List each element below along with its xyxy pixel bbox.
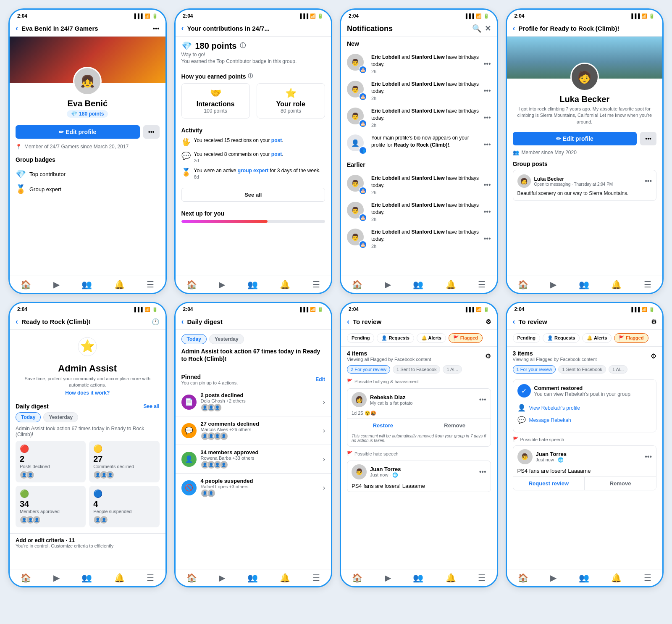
back-arrow-4[interactable]: ‹: [513, 24, 515, 33]
settings-icon-8[interactable]: ⚙: [651, 318, 656, 326]
groups-icon-7[interactable]: 👥: [413, 573, 423, 583]
groups-icon-6[interactable]: 👥: [247, 573, 258, 583]
tab-pending-7[interactable]: Pending: [347, 333, 374, 343]
filter-al-8[interactable]: 1 Al...: [609, 365, 628, 374]
notif-more-6[interactable]: •••: [484, 235, 491, 242]
settings-icon-8b[interactable]: ⚙: [651, 352, 656, 360]
home-icon-4[interactable]: 🏠: [518, 279, 528, 290]
menu-icon-1[interactable]: ☰: [147, 279, 154, 290]
groups-icon-4[interactable]: 👥: [579, 279, 589, 290]
video-icon-4[interactable]: ▶: [550, 279, 556, 290]
action-comments-declined[interactable]: 💬 27 comments declined Marcos Alves +26 …: [176, 416, 331, 445]
back-arrow-7[interactable]: ‹: [347, 317, 349, 326]
filter-sent-fb-7[interactable]: 1 Sent to Facebook: [393, 365, 440, 374]
more-icon-1[interactable]: •••: [153, 25, 160, 32]
menu-icon-3[interactable]: ☰: [478, 279, 486, 290]
home-icon-7[interactable]: 🏠: [352, 573, 362, 583]
back-arrow-6[interactable]: ‹: [181, 317, 184, 326]
edit-profile-btn-4[interactable]: ✏ Edit profile: [513, 132, 637, 145]
how-it-works-link[interactable]: How does it work?: [65, 390, 110, 396]
card-more-7b[interactable]: •••: [479, 468, 486, 476]
back-arrow-5[interactable]: ‹: [16, 317, 18, 326]
filter-al-7[interactable]: 1 Al...: [443, 365, 462, 374]
action-posts-declined[interactable]: 📄 2 posts declined Dola Ghosh +2 others …: [176, 388, 331, 416]
tab-pending-8[interactable]: Pending: [513, 333, 540, 343]
bell-icon-1[interactable]: 🔔: [114, 279, 125, 290]
notif-item-1[interactable]: 👨 🎂 Eric Lobdell and Stanford Liew have …: [341, 50, 497, 77]
home-icon-3[interactable]: 🏠: [352, 279, 362, 290]
info-icon[interactable]: ⓘ: [240, 42, 246, 50]
notif-item-2[interactable]: 👨 🎂 Eric Lobdell and Stanford Liew have …: [341, 77, 497, 104]
menu-icon-4[interactable]: ☰: [644, 279, 651, 290]
video-icon-1[interactable]: ▶: [53, 279, 60, 290]
notif-item-4[interactable]: 👨 🎂 Eric Lobdell and Stanford Liew have …: [341, 171, 497, 198]
back-arrow-8[interactable]: ‹: [513, 317, 515, 326]
video-icon-8[interactable]: ▶: [550, 573, 556, 583]
tab-flagged-8[interactable]: 🚩 Flagged: [614, 333, 648, 343]
more-btn-4[interactable]: •••: [640, 132, 656, 145]
bell-icon-4[interactable]: 🔔: [611, 279, 622, 290]
bell-icon-8[interactable]: 🔔: [611, 573, 622, 583]
tab-requests-8[interactable]: 👤 Requests: [543, 333, 580, 343]
bell-icon-3[interactable]: 🔔: [446, 279, 456, 290]
card-more-7[interactable]: •••: [479, 396, 486, 403]
filter-for-review-8[interactable]: 1 For your review: [513, 365, 556, 374]
notif-more-5[interactable]: •••: [484, 208, 491, 216]
tab-alerts-7[interactable]: 🔔 Alerts: [417, 333, 446, 343]
video-icon-6[interactable]: ▶: [219, 573, 225, 583]
filter-for-review-7[interactable]: 2 For your review: [347, 365, 390, 374]
bell-icon-6[interactable]: 🔔: [280, 573, 290, 583]
notif-item-5[interactable]: 👨 🎂 Eric Lobdell and Stanford Liew have …: [341, 198, 497, 225]
notif-more-4[interactable]: •••: [484, 181, 491, 189]
remove-btn-7[interactable]: Remove: [419, 419, 491, 432]
back-arrow-1[interactable]: ‹: [16, 24, 18, 33]
tab-requests-7[interactable]: 👤 Requests: [377, 333, 414, 343]
tab-today-6[interactable]: Today: [181, 334, 207, 344]
menu-icon-2[interactable]: ☰: [312, 279, 320, 290]
filter-sent-fb-8[interactable]: 1 Sent to Facebook: [558, 365, 606, 374]
see-all-btn-2[interactable]: See all: [181, 188, 326, 202]
tab-flagged-7[interactable]: 🚩 Flagged: [449, 333, 483, 343]
restore-btn-7[interactable]: Restore: [347, 419, 419, 432]
video-icon-2[interactable]: ▶: [219, 279, 225, 290]
groups-icon-8[interactable]: 👥: [579, 573, 589, 583]
menu-icon-8[interactable]: ☰: [644, 573, 651, 583]
see-all-link-5[interactable]: See all: [143, 403, 159, 409]
tab-alerts-8[interactable]: 🔔 Alerts: [582, 333, 612, 343]
home-icon-1[interactable]: 🏠: [21, 279, 31, 290]
clock-icon-5[interactable]: 🕐: [152, 318, 160, 326]
menu-icon-6[interactable]: ☰: [312, 573, 320, 583]
action-members-approved[interactable]: 👤 34 members approved Rowena Barba +33 o…: [176, 445, 331, 474]
notif-more-1[interactable]: •••: [484, 60, 491, 68]
video-icon-5[interactable]: ▶: [53, 573, 60, 583]
notif-more-bio[interactable]: •••: [484, 141, 491, 148]
bell-icon-7[interactable]: 🔔: [446, 573, 456, 583]
notif-item-6[interactable]: 👨 🎂 Eric Lobdell and Stanford Liew have …: [341, 225, 497, 252]
groups-icon-5[interactable]: 👥: [81, 573, 92, 583]
tab-yesterday-5[interactable]: Yesterday: [43, 412, 78, 422]
notif-item-bio[interactable]: 👤 👥 Your main profile's bio now appears …: [341, 131, 497, 158]
criteria-section[interactable]: Add or edit criteria · 11 You're in cont…: [10, 533, 165, 552]
menu-icon-5[interactable]: ☰: [147, 573, 154, 583]
home-icon-5[interactable]: 🏠: [21, 573, 31, 583]
notif-more-3[interactable]: •••: [484, 114, 491, 121]
post-more-icon[interactable]: •••: [645, 177, 652, 185]
notif-more-2[interactable]: •••: [484, 87, 491, 95]
groups-icon-1[interactable]: 👥: [81, 279, 92, 290]
edit-link[interactable]: Edit: [315, 377, 325, 382]
settings-icon-7[interactable]: ⚙: [486, 318, 491, 326]
more-btn-1[interactable]: •••: [143, 125, 160, 139]
tab-yesterday-6[interactable]: Yesterday: [209, 334, 244, 344]
home-icon-8[interactable]: 🏠: [518, 573, 528, 583]
request-review-btn[interactable]: Request review: [513, 477, 585, 490]
back-arrow-2[interactable]: ‹: [181, 24, 184, 33]
info-icon-2[interactable]: ⓘ: [248, 73, 253, 80]
message-rebekah-link[interactable]: 💬 Message Rebekah: [517, 414, 652, 426]
bell-icon-5[interactable]: 🔔: [114, 573, 125, 583]
video-icon-7[interactable]: ▶: [385, 573, 391, 583]
menu-icon-7[interactable]: ☰: [478, 573, 486, 583]
card-more-8[interactable]: •••: [645, 453, 652, 461]
action-people-suspended[interactable]: 🚫 4 people suspended Rafael Lopes +3 oth…: [176, 474, 331, 502]
edit-profile-btn-1[interactable]: ✏ Edit profile: [16, 125, 140, 139]
home-icon-6[interactable]: 🏠: [186, 573, 197, 583]
